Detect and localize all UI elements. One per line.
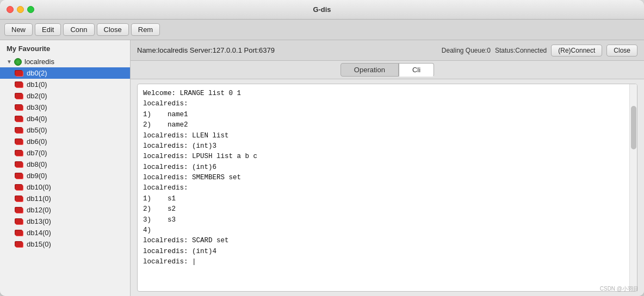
tree-root-item[interactable]: ▼ localredis [0,56,130,67]
db-label-5: db5(0) [27,126,47,134]
db-icon-6 [14,138,24,146]
close-connection-button[interactable]: Close [606,45,637,56]
right-panel: Name:localredis Server:127.0.0.1 Port:63… [131,40,644,296]
db-label-10: db10(0) [27,183,51,191]
db-icon-12 [14,206,24,214]
main-content: My Favourite ▼ localredis db0(2) db1(0) [0,40,644,296]
title-bar: G-dis [0,0,644,20]
connection-status-icon [14,58,22,66]
connection-status: Status:Connected [495,47,547,54]
db-label-3: db3(0) [27,103,47,111]
db-label-6: db6(0) [27,137,47,146]
db-label-13: db13(0) [27,217,51,225]
db-label-15: db15(0) [27,240,51,248]
sidebar: My Favourite ▼ localredis db0(2) db1(0) [0,40,131,296]
reconnect-button[interactable]: (Re)Connect [551,45,602,56]
db-icon-0 [14,70,24,77]
db-label-12: db12(0) [27,206,51,214]
tree-db-item-8[interactable]: db8(0) [0,159,130,170]
tree-root-label: localredis [24,58,54,66]
tree-db-item-3[interactable]: db3(0) [0,102,130,113]
tab-operation[interactable]: Operation [340,63,399,77]
tree-db-item-11[interactable]: db11(0) [0,193,130,204]
maximize-traffic-light[interactable] [27,6,34,13]
tree-db-item-4[interactable]: db4(0) [0,113,130,124]
db-icon-10 [14,184,24,191]
cli-scrollbar[interactable] [629,84,637,291]
window-title: G-dis [313,5,331,14]
db-icon-3 [14,104,24,111]
edit-button[interactable]: Edit [35,23,61,36]
db-icon-8 [14,161,24,168]
connection-actions: Dealing Queue:0 Status:Connected (Re)Con… [442,45,637,56]
db-icon-2 [14,92,24,100]
db-label-7: db7(0) [27,149,47,157]
close-traffic-light[interactable] [7,6,14,13]
tree-db-item-12[interactable]: db12(0) [0,204,130,216]
connection-info: Name:localredis Server:127.0.0.1 Port:63… [137,46,275,54]
watermark: CSDN @小羽目 [600,285,639,293]
db-icon-1 [14,81,24,89]
toolbar: New Edit Conn Close Rem [0,20,644,40]
cli-output-wrapper: Welcome: LRANGE list 0 1 localredis: 1) … [137,84,637,292]
cli-output[interactable]: Welcome: LRANGE list 0 1 localredis: 1) … [138,84,629,291]
sidebar-title: My Favourite [0,40,130,56]
db-icon-11 [14,195,24,203]
tree-db-item-15[interactable]: db15(0) [0,238,130,250]
db-label-14: db14(0) [27,229,51,237]
db-label-1: db1(0) [27,80,47,89]
db-icon-4 [14,115,24,123]
tree-db-item-7[interactable]: db7(0) [0,147,130,159]
close-conn-button[interactable]: Close [97,23,129,36]
db-label-9: db9(0) [27,172,47,180]
tab-cli[interactable]: Cli [399,63,434,77]
main-window: G-dis New Edit Conn Close Rem My Favouri… [0,0,644,296]
tree-db-item-14[interactable]: db14(0) [0,227,130,238]
db-icon-9 [14,172,24,180]
cli-panel: Welcome: LRANGE list 0 1 localredis: 1) … [131,79,644,296]
db-label-8: db8(0) [27,160,47,168]
connection-bar: Name:localredis Server:127.0.0.1 Port:63… [131,40,644,61]
minimize-traffic-light[interactable] [17,6,24,13]
tree-db-item-1[interactable]: db1(0) [0,79,130,90]
db-icon-7 [14,149,24,157]
tree-db-item-6[interactable]: db6(0) [0,136,130,147]
chevron-down-icon: ▼ [7,59,14,65]
db-label-2: db2(0) [27,92,47,100]
tree-db-item-13[interactable]: db13(0) [0,216,130,227]
db-icon-15 [14,241,24,248]
db-label-11: db11(0) [27,194,51,203]
tree-db-item-0[interactable]: db0(2) [0,67,130,79]
tab-bar: Operation Cli [131,61,644,79]
db-label-4: db4(0) [27,115,47,123]
rem-button[interactable]: Rem [131,23,160,36]
tree-db-item-5[interactable]: db5(0) [0,124,130,136]
traffic-lights [7,6,34,13]
tree-db-item-10[interactable]: db10(0) [0,181,130,193]
db-icon-13 [14,218,24,225]
db-icon-14 [14,229,24,237]
db-label-0: db0(2) [27,69,47,77]
cli-scrollbar-thumb[interactable] [631,106,636,149]
conn-button[interactable]: Conn [63,23,94,36]
new-button[interactable]: New [4,23,33,36]
tree-db-item-9[interactable]: db9(0) [0,170,130,181]
dealing-queue-status: Dealing Queue:0 [442,47,491,54]
tree-db-item-2[interactable]: db2(0) [0,90,130,102]
db-icon-5 [14,127,24,134]
